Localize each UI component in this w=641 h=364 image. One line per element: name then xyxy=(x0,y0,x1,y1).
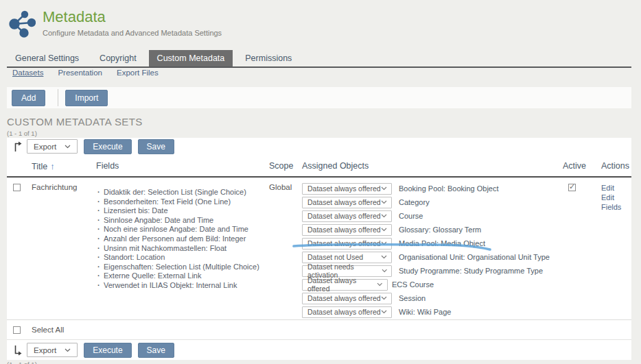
row-checkbox[interactable] xyxy=(13,184,21,191)
assigned-object-row: Dataset always offered Wiki: Wiki Page xyxy=(302,305,563,319)
save-button-top[interactable]: Save xyxy=(138,139,174,154)
chevron-down-icon xyxy=(381,310,387,314)
assigned-object-label: Media Pool: Media Object xyxy=(399,239,485,247)
chevron-down-icon xyxy=(381,186,387,191)
assigned-object-row-media-pool: Dataset always offered Media Pool: Media… xyxy=(302,236,563,250)
table-header-row: Title↑ Fields Scope Assigned Objects Act… xyxy=(7,155,631,178)
field-item: Unsinn mit Nachkommastellen: Float xyxy=(96,244,269,254)
dataset-mode-select[interactable]: Dataset always offered xyxy=(302,279,388,291)
select-all-label: Select All xyxy=(32,326,64,334)
subtab-export-files[interactable]: Export Files xyxy=(117,69,159,77)
subtab-datasets[interactable]: Datasets xyxy=(12,69,43,77)
chevron-down-icon xyxy=(377,282,383,287)
export-select-value: Export xyxy=(34,143,56,151)
chevron-down-icon xyxy=(381,214,387,218)
custom-metadata-table: Export Execute Save Title↑ Fields Scope … xyxy=(7,138,631,360)
assigned-object-label: ECS Course xyxy=(392,280,434,289)
dataset-mode-select[interactable]: Dataset always offered xyxy=(302,238,392,250)
main-toolbar: Add Import xyxy=(7,87,631,108)
column-scope: Scope xyxy=(269,161,302,171)
dataset-mode-select[interactable]: Dataset not Used xyxy=(302,252,392,263)
page-title: Metadata xyxy=(43,8,222,26)
assigned-object-row: Dataset not Used Organisational Unit: Or… xyxy=(302,250,563,264)
pagination-count-top: (1 - 1 of 1) xyxy=(7,130,37,137)
assigned-object-row: Dataset always offered Category xyxy=(302,195,563,209)
import-button[interactable]: Import xyxy=(65,90,108,106)
chevron-down-icon xyxy=(381,296,387,300)
chevron-down-icon xyxy=(65,145,71,149)
apply-to-selected-bottom-icon xyxy=(13,345,23,356)
tab-copyright[interactable]: Copyright xyxy=(91,50,145,66)
edit-link[interactable]: Edit xyxy=(601,183,631,193)
chevron-down-icon xyxy=(381,241,387,245)
add-button[interactable]: Add xyxy=(12,90,45,106)
edit-fields-link[interactable]: Edit Fields xyxy=(601,193,631,212)
tab-bar: General Settings Copyright Custom Metada… xyxy=(7,50,631,68)
field-item: Anzahl der Personen auf dem Bild: Intege… xyxy=(96,234,269,244)
dataset-mode-select[interactable]: Dataset always offered xyxy=(302,224,392,236)
row-title: Fachrichtung xyxy=(32,183,96,319)
field-item: Didaktik der: Selection List (Single Cho… xyxy=(96,188,269,197)
dataset-mode-select[interactable]: Dataset always offered xyxy=(302,210,392,222)
execute-button-top[interactable]: Execute xyxy=(84,139,131,154)
assigned-object-label: Organisational Unit: Organisational Unit… xyxy=(399,253,550,261)
field-item: Externe Quelle: External Link xyxy=(96,271,269,281)
section-heading: CUSTOM METADATA SETS xyxy=(7,116,143,128)
field-item: Standort: Location xyxy=(96,253,269,263)
column-fields: Fields xyxy=(96,161,269,171)
export-select-value: Export xyxy=(34,346,56,354)
check-icon: ✓ xyxy=(569,182,575,191)
chevron-down-icon xyxy=(381,200,387,204)
chevron-down-icon xyxy=(381,228,387,232)
pagination-count-bottom: (1 - 1 of 1) xyxy=(7,361,37,364)
chevron-down-icon xyxy=(65,348,71,352)
chevron-down-icon xyxy=(382,269,387,273)
assigned-object-row: Dataset needs activation Study Programme… xyxy=(302,264,563,278)
select-all-row: Select All xyxy=(7,320,631,339)
execute-button-bottom[interactable]: Execute xyxy=(84,343,131,358)
column-assigned-objects: Assigned Objects xyxy=(302,161,563,171)
header-checkbox-spacer xyxy=(7,161,32,171)
apply-to-selected-top-icon xyxy=(13,141,23,152)
dataset-mode-select[interactable]: Dataset needs activation xyxy=(302,265,392,277)
fields-list: Didaktik der: Selection List (Single Cho… xyxy=(96,188,269,291)
dataset-mode-select[interactable]: Dataset always offered xyxy=(302,197,392,208)
column-title[interactable]: Title↑ xyxy=(32,161,96,171)
assigned-object-label: Session xyxy=(399,294,426,302)
sort-ascending-icon: ↑ xyxy=(50,161,55,171)
row-actions: Edit Edit Fields xyxy=(601,178,631,319)
save-button-bottom[interactable]: Save xyxy=(138,343,174,358)
assigned-object-label: Glossary: Glossary Term xyxy=(399,226,481,234)
subtab-presentation[interactable]: Presentation xyxy=(58,69,102,77)
assigned-object-row: Dataset always offered ECS Course xyxy=(302,278,563,291)
tab-permissions[interactable]: Permissions xyxy=(237,50,300,66)
dataset-mode-select[interactable]: Dataset always offered xyxy=(302,293,392,304)
field-item: Eigenschaften: Selection List (Multiple … xyxy=(96,263,269,272)
metadata-icon xyxy=(8,10,36,38)
assigned-object-row: Dataset always offered Course xyxy=(302,209,563,223)
export-select-bottom[interactable]: Export xyxy=(27,343,78,357)
export-select-top[interactable]: Export xyxy=(27,139,78,154)
dataset-mode-select[interactable]: Dataset always offered xyxy=(302,306,392,318)
tab-custom-metadata[interactable]: Custom Metadata xyxy=(149,50,233,66)
assigned-object-label: Booking Pool: Booking Object xyxy=(399,184,499,193)
page-header: Metadata Configure Metadata and Advanced… xyxy=(8,8,222,38)
assigned-object-label: Course xyxy=(399,212,423,220)
field-item: Besonderheiten: Text Field (One Line) xyxy=(96,197,269,207)
page-subtitle: Configure Metadata and Advanced Metadata… xyxy=(43,29,222,37)
chevron-down-icon xyxy=(381,255,387,259)
field-item: Sinnlose Angabe: Date and Time xyxy=(96,216,269,226)
tab-general-settings[interactable]: General Settings xyxy=(7,50,87,66)
toolbar-separator xyxy=(58,89,58,106)
assigned-object-row: Dataset always offered Glossary: Glossar… xyxy=(302,223,563,236)
dataset-mode-select[interactable]: Dataset always offered xyxy=(302,183,392,195)
active-checkbox[interactable]: ✓ xyxy=(568,184,576,191)
select-all-checkbox[interactable] xyxy=(13,326,21,334)
field-item: Noch eine sinnlose Angabe: Date and Time xyxy=(96,225,269,234)
column-active: Active xyxy=(563,161,601,171)
table-row: Fachrichtung Didaktik der: Selection Lis… xyxy=(7,178,631,320)
assigned-object-row: Dataset always offered Booking Pool: Boo… xyxy=(302,182,563,195)
column-actions: Actions xyxy=(601,161,631,171)
assigned-objects-list: Dataset always offered Booking Pool: Boo… xyxy=(302,178,563,319)
assigned-object-label: Category xyxy=(399,198,430,206)
